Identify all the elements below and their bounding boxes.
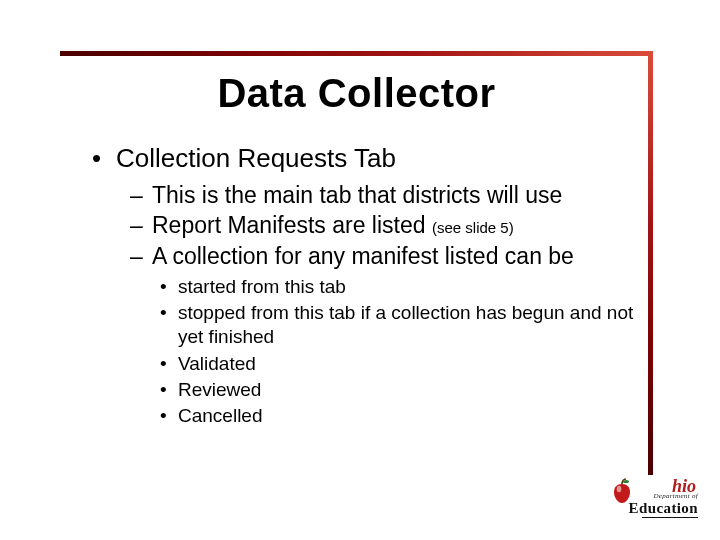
logo-underline xyxy=(642,517,698,518)
bullet-text: started from this tab xyxy=(178,275,346,299)
bullet-text: Report Manifests are listed (see slide 5… xyxy=(152,211,514,240)
list-item: Validated xyxy=(160,352,637,376)
svg-point-1 xyxy=(617,486,622,492)
slide-title: Data Collector xyxy=(60,72,653,114)
logo-education-text: Education xyxy=(629,500,698,517)
slide-body: Collection Requests Tab This is the main… xyxy=(92,142,637,431)
list-item: started from this tab xyxy=(160,275,637,299)
list-item: Cancelled xyxy=(160,404,637,428)
bullet-text: This is the main tab that districts will… xyxy=(152,181,562,210)
bullet-list-level-2: This is the main tab that districts will… xyxy=(130,181,637,271)
logo-department-text: Department of xyxy=(653,492,698,500)
bullet-text: Cancelled xyxy=(178,404,263,428)
svg-point-0 xyxy=(623,480,629,483)
list-item: Collection Requests Tab xyxy=(92,142,637,175)
slide-reference-note: (see slide 5) xyxy=(432,219,514,236)
frame-rule-right xyxy=(648,51,653,475)
list-item: Reviewed xyxy=(160,378,637,402)
list-item: A collection for any manifest listed can… xyxy=(130,242,637,271)
list-item: This is the main tab that districts will… xyxy=(130,181,637,210)
bullet-text: Reviewed xyxy=(178,378,261,402)
list-item: Report Manifests are listed (see slide 5… xyxy=(130,211,637,240)
list-item: stopped from this tab if a collection ha… xyxy=(160,301,637,350)
frame-rule-top xyxy=(60,51,653,56)
bullet-text: Collection Requests Tab xyxy=(116,142,396,175)
bullet-list-level-3: started from this tab stopped from this … xyxy=(160,275,637,429)
bullet-text: Validated xyxy=(178,352,256,376)
slide: Data Collector Collection Requests Tab T… xyxy=(0,0,720,540)
ohio-doe-logo: hio Department of Education xyxy=(598,472,698,526)
bullet-list-level-1: Collection Requests Tab xyxy=(92,142,637,175)
bullet-text: stopped from this tab if a collection ha… xyxy=(178,301,637,350)
bullet-text: A collection for any manifest listed can… xyxy=(152,242,574,271)
